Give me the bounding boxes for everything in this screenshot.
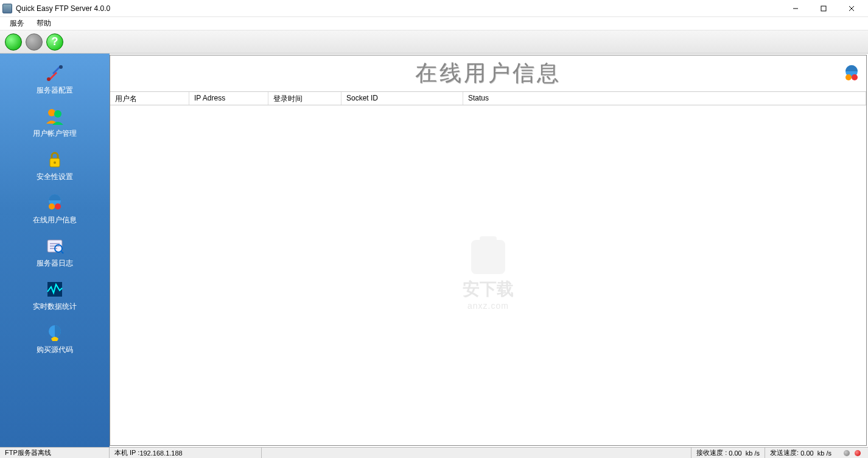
buy-icon bbox=[45, 323, 65, 342]
menu-help[interactable]: 帮助 bbox=[30, 17, 57, 30]
svg-line-18 bbox=[61, 251, 63, 253]
recv-value: 0.00 bbox=[729, 449, 741, 457]
shield-icon bbox=[471, 240, 505, 274]
svg-point-4 bbox=[47, 77, 51, 81]
sidebar-item-server-config[interactable]: 服务器配置 bbox=[6, 61, 103, 98]
svg-point-23 bbox=[852, 74, 858, 80]
online-users-icon bbox=[842, 64, 861, 83]
col-login-time[interactable]: 登录时间 bbox=[268, 92, 341, 105]
table-header: 用户名 IP Adress 登录时间 Socket ID Status bbox=[110, 92, 866, 105]
close-button[interactable] bbox=[838, 0, 866, 17]
sidebar: 服务器配置 用户帐户管理 安全性设置 在线用户信息 服务器日志 bbox=[0, 54, 110, 447]
svg-rect-1 bbox=[821, 6, 826, 11]
watermark: 安下载 anxz.com bbox=[463, 240, 514, 311]
online-users-icon bbox=[45, 193, 65, 213]
status-ip: 本机 IP : 192.168.1.188 bbox=[110, 448, 262, 458]
watermark-text: 安下载 bbox=[463, 278, 514, 301]
sidebar-item-security[interactable]: 安全性设置 bbox=[6, 147, 103, 185]
panel-header: 在线用户信息 bbox=[110, 55, 866, 92]
start-server-button[interactable] bbox=[5, 33, 22, 51]
svg-point-12 bbox=[55, 203, 61, 210]
send-unit: kb /s bbox=[817, 449, 831, 457]
sidebar-item-label: 在线用户信息 bbox=[6, 215, 103, 225]
status-recv-speed: 接收速度 : 0.00 kb /s bbox=[691, 448, 765, 458]
status-send-speed: 发送速度: 0.00 kb /s bbox=[765, 448, 836, 458]
app-icon bbox=[2, 4, 12, 13]
col-username[interactable]: 用户名 bbox=[110, 92, 189, 105]
sidebar-item-realtime-stats[interactable]: 实时数据统计 bbox=[6, 277, 103, 314]
status-leds bbox=[836, 448, 868, 458]
svg-point-5 bbox=[59, 65, 63, 69]
watermark-sub: anxz.com bbox=[463, 301, 514, 311]
status-offline: FTP服务器离线 bbox=[0, 448, 110, 458]
window-controls bbox=[782, 0, 866, 17]
sidebar-item-user-accounts[interactable]: 用户帐户管理 bbox=[6, 104, 103, 141]
sidebar-item-label: 服务器日志 bbox=[6, 258, 103, 269]
led-red-icon bbox=[855, 450, 861, 456]
lock-icon bbox=[45, 150, 65, 169]
sidebar-item-label: 购买源代码 bbox=[6, 345, 103, 355]
sidebar-item-label: 实时数据统计 bbox=[6, 301, 103, 312]
svg-point-11 bbox=[49, 203, 55, 210]
stop-server-button[interactable] bbox=[26, 33, 43, 51]
table-body: 安下载 anxz.com bbox=[110, 105, 866, 445]
minimize-button[interactable] bbox=[782, 0, 810, 17]
sidebar-item-server-log[interactable]: 服务器日志 bbox=[6, 234, 103, 271]
svg-point-22 bbox=[845, 74, 852, 80]
sidebar-item-label: 安全性设置 bbox=[6, 172, 103, 182]
sidebar-item-label: 用户帐户管理 bbox=[6, 129, 103, 139]
sidebar-item-online-users[interactable]: 在线用户信息 bbox=[6, 191, 103, 228]
svg-point-7 bbox=[54, 110, 61, 118]
led-gray-icon bbox=[844, 450, 850, 456]
maximize-button[interactable] bbox=[810, 0, 838, 17]
recv-unit: kb /s bbox=[746, 449, 760, 457]
body-area: 服务器配置 用户帐户管理 安全性设置 在线用户信息 服务器日志 bbox=[0, 54, 868, 447]
send-label: 发送速度: bbox=[770, 448, 799, 457]
svg-point-6 bbox=[48, 109, 55, 116]
stats-icon bbox=[45, 280, 65, 299]
menubar: 服务 帮助 bbox=[0, 17, 868, 30]
statusbar: FTP服务器离线 本机 IP : 192.168.1.188 接收速度 : 0.… bbox=[0, 447, 868, 458]
users-icon bbox=[45, 107, 65, 126]
svg-point-9 bbox=[54, 161, 56, 164]
window-title: Quick Easy FTP Server 4.0.0 bbox=[16, 4, 782, 13]
col-ip[interactable]: IP Adress bbox=[189, 92, 268, 105]
recv-label: 接收速度 : bbox=[696, 448, 727, 457]
sidebar-item-label: 服务器配置 bbox=[6, 85, 103, 96]
main-panel: 在线用户信息 用户名 IP Adress 登录时间 Socket ID Stat… bbox=[110, 55, 867, 446]
ip-label: 本机 IP : bbox=[114, 448, 139, 457]
titlebar: Quick Easy FTP Server 4.0.0 bbox=[0, 0, 868, 17]
panel-title: 在线用户信息 bbox=[415, 58, 561, 88]
tools-icon bbox=[45, 63, 65, 83]
send-value: 0.00 bbox=[800, 449, 813, 457]
col-socket-id[interactable]: Socket ID bbox=[341, 92, 463, 105]
col-status[interactable]: Status bbox=[463, 92, 866, 105]
help-button[interactable]: ? bbox=[46, 33, 63, 51]
log-icon bbox=[45, 236, 65, 256]
ip-value: 192.168.1.188 bbox=[139, 449, 182, 457]
menu-service[interactable]: 服务 bbox=[4, 17, 30, 30]
toolbar: ? bbox=[0, 30, 868, 54]
sidebar-item-buy-source[interactable]: 购买源代码 bbox=[6, 320, 103, 358]
